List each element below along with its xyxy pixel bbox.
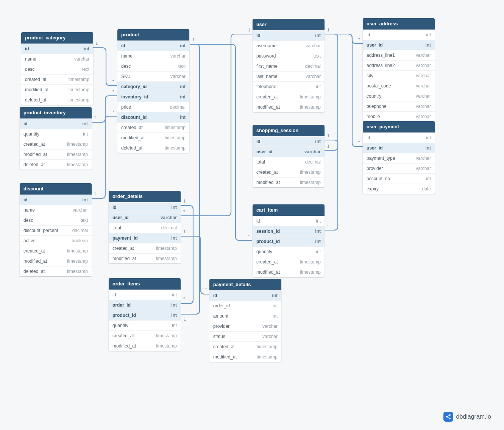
- table-row[interactable]: postal_codevarchar: [363, 81, 435, 91]
- table-user[interactable]: useridintusernamevarcharpasswordtextfirs…: [253, 19, 325, 112]
- table-row[interactable]: created_attimestamp: [21, 74, 93, 84]
- table-row[interactable]: idint: [109, 202, 181, 212]
- table-row[interactable]: product_idint: [253, 236, 325, 246]
- table-row[interactable]: telephonevarchar: [363, 101, 435, 111]
- table-row[interactable]: payment_idint: [109, 233, 181, 243]
- table-row[interactable]: idint: [253, 136, 325, 146]
- table-row[interactable]: idint: [209, 290, 281, 301]
- table-row[interactable]: product_idint: [109, 310, 181, 320]
- table-row[interactable]: account_noint: [363, 173, 435, 184]
- table-row[interactable]: idint: [117, 41, 189, 51]
- table-row[interactable]: providervarchar: [209, 321, 281, 331]
- table-row[interactable]: deleted_attimestamp: [117, 143, 189, 153]
- table-row[interactable]: address_line2varchar: [363, 60, 435, 70]
- table-row[interactable]: modified_attimestamp: [253, 177, 325, 187]
- table-row[interactable]: totaldecimal: [109, 223, 181, 233]
- table-row[interactable]: idint: [20, 195, 92, 205]
- table-shopping-session[interactable]: shopping_sessionidintuser_idvarchartotal…: [253, 125, 325, 187]
- table-row[interactable]: idint: [109, 290, 181, 300]
- table-row[interactable]: idint: [363, 132, 435, 143]
- table-row[interactable]: mobilevarchar: [363, 111, 435, 122]
- table-row[interactable]: idint: [253, 216, 325, 226]
- table-row[interactable]: order_idint: [109, 300, 181, 310]
- table-product[interactable]: productidintnamevarchardesctextSKUvarcha…: [117, 29, 189, 153]
- table-row[interactable]: deleted_attimestamp: [21, 95, 93, 105]
- table-user-payment[interactable]: user_paymentidintuser_idintpayment_typev…: [363, 121, 435, 194]
- table-row[interactable]: usernamevarchar: [253, 41, 325, 51]
- table-row[interactable]: desctext: [21, 64, 93, 74]
- table-row[interactable]: category_idint: [117, 81, 189, 92]
- table-row[interactable]: created_attimestamp: [253, 257, 325, 267]
- table-row[interactable]: created_attimestamp: [253, 92, 325, 102]
- table-row[interactable]: activeboolean: [20, 235, 92, 246]
- table-row[interactable]: session_idint: [253, 226, 325, 236]
- table-row[interactable]: address_line1varchar: [363, 50, 435, 60]
- table-row[interactable]: created_attimestamp: [109, 330, 181, 341]
- table-discount[interactable]: discountidintnamevarchardesctextdiscount…: [20, 183, 92, 276]
- table-header[interactable]: user: [253, 19, 325, 30]
- table-row[interactable]: idint: [21, 44, 93, 54]
- table-row[interactable]: quantityint: [253, 246, 325, 257]
- table-row[interactable]: countryvarchar: [363, 91, 435, 101]
- table-row[interactable]: modified_attimestamp: [21, 84, 93, 95]
- table-product-inventory[interactable]: product_inventoryidintquantityintcreated…: [20, 107, 92, 170]
- table-row[interactable]: modified_attimestamp: [253, 102, 325, 112]
- table-row[interactable]: cityvarchar: [363, 70, 435, 81]
- table-row[interactable]: created_attimestamp: [209, 341, 281, 352]
- table-row[interactable]: deleted_attimestamp: [20, 266, 92, 276]
- table-row[interactable]: telephoneint: [253, 81, 325, 92]
- table-row[interactable]: idint: [363, 30, 435, 40]
- table-row[interactable]: inventory_idint: [117, 92, 189, 102]
- table-row[interactable]: desctext: [20, 215, 92, 225]
- table-row[interactable]: created_attimestamp: [20, 246, 92, 256]
- table-row[interactable]: quantityint: [20, 129, 92, 139]
- table-header[interactable]: order_items: [109, 278, 181, 290]
- table-row[interactable]: desctext: [117, 61, 189, 71]
- table-row[interactable]: namevarchar: [21, 54, 93, 64]
- table-row[interactable]: expirydate: [363, 184, 435, 194]
- table-header[interactable]: product: [117, 29, 189, 41]
- table-cart-item[interactable]: cart_itemidintsession_idintproduct_idint…: [253, 204, 325, 277]
- table-row[interactable]: totaldecimal: [253, 157, 325, 167]
- brand-logo[interactable]: dbdiagram.io: [443, 412, 492, 422]
- table-row[interactable]: modified_attimestamp: [109, 341, 181, 351]
- table-row[interactable]: deleted_attimestamp: [20, 159, 92, 170]
- table-row[interactable]: discount_idint: [117, 112, 189, 122]
- table-row[interactable]: user_idvarchar: [253, 146, 325, 157]
- table-header[interactable]: discount: [20, 183, 92, 195]
- table-row[interactable]: order_idint: [209, 301, 281, 311]
- table-payment-details[interactable]: payment_detailsidintorder_idintamountint…: [209, 279, 281, 362]
- table-header[interactable]: order_details: [109, 191, 181, 202]
- table-row[interactable]: modified_attimestamp: [117, 132, 189, 143]
- table-row[interactable]: providervarchar: [363, 163, 435, 173]
- table-header[interactable]: product_category: [21, 32, 93, 44]
- table-header[interactable]: user_address: [363, 18, 435, 30]
- table-row[interactable]: created_attimestamp: [117, 122, 189, 132]
- table-row[interactable]: namevarchar: [117, 51, 189, 61]
- table-user-address[interactable]: user_addressidintuser_idintaddress_line1…: [363, 18, 435, 122]
- table-row[interactable]: last_namevarchar: [253, 71, 325, 81]
- table-row[interactable]: modified_attimestamp: [20, 149, 92, 159]
- table-row[interactable]: quantityint: [109, 320, 181, 330]
- table-row[interactable]: modified_attimestamp: [209, 352, 281, 362]
- table-order-items[interactable]: order_itemsidintorder_idintproduct_idint…: [109, 278, 181, 351]
- table-row[interactable]: pricedecimal: [117, 102, 189, 112]
- table-row[interactable]: user_idint: [363, 143, 435, 153]
- table-row[interactable]: user_idvarchar: [109, 212, 181, 223]
- table-row[interactable]: passwordtext: [253, 51, 325, 61]
- table-row[interactable]: modified_attimestamp: [109, 253, 181, 263]
- table-header[interactable]: cart_item: [253, 204, 325, 216]
- table-row[interactable]: user_idint: [363, 40, 435, 50]
- table-row[interactable]: namevarchar: [20, 205, 92, 215]
- table-row[interactable]: created_attimestamp: [109, 243, 181, 253]
- table-row[interactable]: modified_attimestamp: [20, 256, 92, 266]
- table-row[interactable]: SKUvarchar: [117, 71, 189, 81]
- table-row[interactable]: amountint: [209, 311, 281, 321]
- table-row[interactable]: created_attimestamp: [253, 167, 325, 177]
- table-row[interactable]: discount_percentdecimal: [20, 225, 92, 235]
- table-header[interactable]: product_inventory: [20, 107, 92, 118]
- table-header[interactable]: user_payment: [363, 121, 435, 132]
- table-header[interactable]: shopping_session: [253, 125, 325, 136]
- er-diagram-canvas[interactable]: 1 * 1 * 1 * 1 * 1 1 * 1 * * 1 1 * 1 1 * …: [0, 0, 504, 430]
- table-header[interactable]: payment_details: [209, 279, 281, 290]
